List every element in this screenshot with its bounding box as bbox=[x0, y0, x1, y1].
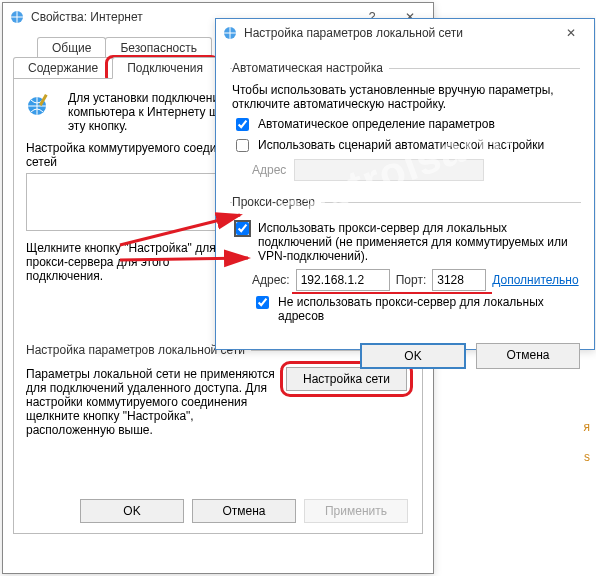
proxy-legend: Прокси-сервер bbox=[232, 195, 321, 209]
use-script-row[interactable]: Использовать сценарий автоматической нас… bbox=[232, 138, 578, 155]
apply-button: Применить bbox=[304, 499, 408, 523]
lan-window-title: Настройка параметров локальной сети bbox=[244, 26, 552, 40]
auto-config-legend: Автоматическая настройка bbox=[232, 61, 389, 75]
auto-detect-checkbox[interactable] bbox=[236, 118, 249, 131]
proxy-hint-text: Щелкните кнопку "Настройка" для прокси-с… bbox=[26, 241, 246, 283]
tab-general[interactable]: Общие bbox=[37, 37, 106, 58]
use-proxy-row[interactable]: Использовать прокси-сервер для локальных… bbox=[232, 221, 579, 263]
cancel-button[interactable]: Отмена bbox=[192, 499, 296, 523]
tab-content[interactable]: Содержание bbox=[13, 57, 113, 79]
lan-titlebar[interactable]: Настройка параметров локальной сети ✕ bbox=[216, 19, 594, 47]
tab-security[interactable]: Безопасность bbox=[105, 37, 212, 58]
lan-ok-button[interactable]: OK bbox=[360, 343, 466, 369]
auto-config-group: Автоматическая настройка Чтобы использов… bbox=[230, 61, 580, 187]
script-address-input bbox=[294, 159, 484, 181]
auto-config-text: Чтобы использовать установленные вручную… bbox=[232, 83, 578, 111]
use-proxy-checkbox[interactable] bbox=[236, 222, 249, 235]
bypass-local-checkbox[interactable] bbox=[256, 296, 269, 309]
lan-dialog-buttons: OK Отмена bbox=[230, 343, 580, 369]
dialog-buttons: OK Отмена Применить bbox=[80, 499, 408, 523]
lan-settings-window: Настройка параметров локальной сети ✕ Ав… bbox=[215, 18, 595, 350]
side-link-2: s bbox=[584, 450, 590, 464]
internet-options-icon bbox=[222, 25, 238, 41]
use-script-label: Использовать сценарий автоматической нас… bbox=[258, 138, 544, 152]
proxy-address-row: Адрес: Порт: Дополнительно bbox=[252, 269, 579, 291]
script-address-label: Адрес bbox=[252, 163, 286, 177]
bypass-local-label: Не использовать прокси-сервер для локаль… bbox=[278, 295, 579, 323]
lan-cancel-button[interactable]: Отмена bbox=[476, 343, 580, 369]
proxy-address-input[interactable] bbox=[296, 269, 390, 291]
lan-close-button[interactable]: ✕ bbox=[552, 19, 590, 47]
proxy-group: Прокси-сервер Использовать прокси-сервер… bbox=[230, 195, 581, 333]
use-script-checkbox[interactable] bbox=[236, 139, 249, 152]
side-link-1: я bbox=[584, 420, 591, 434]
globe-wand-icon bbox=[26, 91, 58, 119]
tab-connections[interactable]: Подключения bbox=[112, 57, 218, 79]
auto-detect-row[interactable]: Автоматическое определение параметров bbox=[232, 117, 578, 134]
proxy-port-label: Порт: bbox=[396, 273, 427, 287]
use-proxy-label: Использовать прокси-сервер для локальных… bbox=[258, 221, 579, 263]
proxy-address-label: Адрес: bbox=[252, 273, 290, 287]
auto-detect-label: Автоматическое определение параметров bbox=[258, 117, 495, 131]
proxy-port-input[interactable] bbox=[432, 269, 486, 291]
bypass-local-row[interactable]: Не использовать прокси-сервер для локаль… bbox=[252, 295, 579, 323]
proxy-advanced-link[interactable]: Дополнительно bbox=[492, 273, 578, 287]
highlight-proxy-underline bbox=[292, 292, 492, 294]
ok-button[interactable]: OK bbox=[80, 499, 184, 523]
internet-options-icon bbox=[9, 9, 25, 25]
